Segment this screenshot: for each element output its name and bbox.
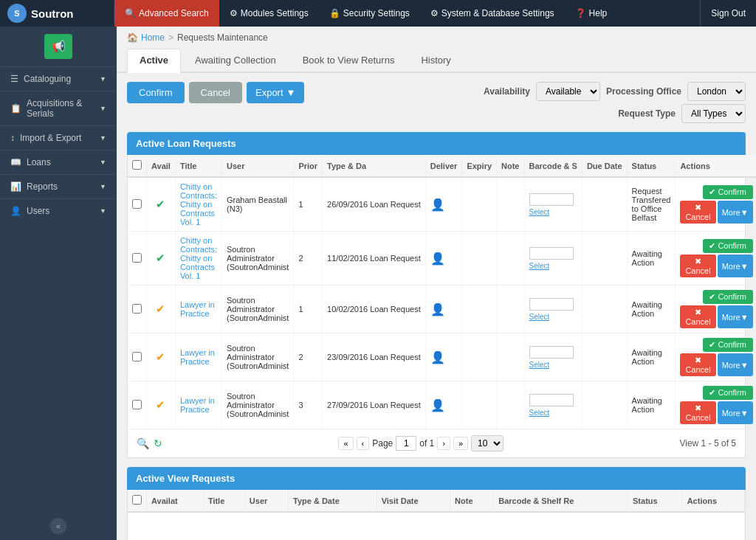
tab-history[interactable]: History [408, 49, 463, 72]
col-avail: Avail [147, 155, 176, 177]
nav-help[interactable]: ❓ Help [565, 0, 618, 27]
cancel-btn-5[interactable]: ✖ Cancel [680, 401, 715, 424]
loan-requests-section: Active Loan Requests Avail Title User Pr… [127, 132, 746, 458]
view-col-status: Status [628, 490, 683, 512]
prev-page-button[interactable]: ‹ [357, 437, 370, 450]
nav-system-database[interactable]: ⚙ System & Database Settings [420, 0, 565, 27]
user-1: Graham Beastall (N3) [222, 177, 294, 232]
page-input[interactable] [396, 436, 416, 451]
barcode-input-1[interactable] [529, 193, 574, 206]
processing-office-select[interactable]: London [687, 82, 746, 101]
search-icon[interactable]: 🔍 [137, 437, 149, 449]
cancel-btn-3[interactable]: ✖ Cancel [680, 305, 715, 328]
barcode-input-3[interactable] [529, 298, 574, 311]
user-3: Soutron Administrator (SoutronAdminist [222, 285, 294, 333]
nav-security-settings[interactable]: 🔒 Security Settings [319, 0, 420, 27]
request-type-select[interactable]: All Types [681, 104, 746, 123]
first-page-button[interactable]: « [338, 437, 353, 450]
next-page-button[interactable]: › [437, 437, 450, 450]
help-icon: ❓ [575, 8, 586, 18]
last-page-button[interactable]: » [453, 437, 468, 450]
view-col-barcode: Barcode & Shelf Re [494, 490, 628, 512]
row5-checkbox[interactable] [132, 400, 142, 409]
tab-bar: Active Awaiting Collection Book to View … [117, 49, 756, 73]
tab-awaiting-collection[interactable]: Awaiting Collection [182, 49, 289, 72]
barcode-input-4[interactable] [529, 346, 574, 359]
sidebar-item-reports[interactable]: 📊 Reports ▼ [0, 174, 117, 198]
confirm-btn-4[interactable]: ✔ Confirm [703, 338, 753, 352]
select-link-3[interactable]: Select [529, 313, 550, 321]
export-button[interactable]: Export ▼ [247, 82, 304, 103]
barcode-input-5[interactable] [529, 394, 574, 406]
sign-out-button[interactable]: Sign Out [700, 0, 756, 27]
sidebar-item-cataloguing[interactable]: ☰ Cataloguing ▼ [0, 66, 117, 91]
more-btn-5[interactable]: More▼ [718, 401, 753, 424]
breadcrumb-home[interactable]: Home [141, 32, 165, 43]
typedate-5: 27/09/2016 Loan Request [323, 381, 426, 429]
confirm-btn-2[interactable]: ✔ Confirm [703, 239, 753, 253]
deliver-icon-5: 👤 [430, 399, 445, 412]
cancel-button[interactable]: Cancel [189, 82, 242, 103]
per-page-select[interactable]: 10 25 50 [471, 435, 504, 451]
processing-office-label: Processing Office [606, 86, 681, 97]
select-link-1[interactable]: Select [529, 208, 550, 216]
lock-icon: 🔒 [329, 8, 340, 18]
barcode-input-2[interactable] [529, 247, 574, 260]
tab-book-to-view-returns[interactable]: Book to View Returns [290, 49, 408, 72]
select-link-2[interactable]: Select [529, 262, 550, 270]
title-link-2[interactable]: Chitty on Contracts: Chitty on Contracts… [180, 236, 217, 280]
chevron-down-icon: ▼ [100, 75, 106, 83]
request-type-label: Request Type [618, 108, 676, 119]
title-link-1[interactable]: Chitty on Contracts: Chitty on Contracts… [180, 182, 217, 226]
select-link-4[interactable]: Select [529, 361, 550, 369]
availability-select[interactable]: Available [536, 82, 600, 101]
import-export-icon: ↕ [10, 133, 15, 143]
view-col-title: Title [203, 490, 244, 512]
more-btn-2[interactable]: More▼ [718, 255, 753, 277]
of-label: of 1 [419, 438, 434, 449]
confirm-btn-3[interactable]: ✔ Confirm [703, 290, 753, 304]
select-all-checkbox[interactable] [132, 160, 142, 170]
sidebar-item-import-export[interactable]: ↕ Import & Export ▼ [0, 125, 117, 150]
megaphone-button[interactable]: 📢 [44, 34, 72, 59]
deliver-icon-1: 👤 [430, 198, 445, 211]
collapse-sidebar-button[interactable]: « [50, 518, 66, 534]
col-priority: Prior [294, 155, 323, 177]
cancel-btn-1[interactable]: ✖ Cancel [680, 201, 715, 224]
nav-modules-settings[interactable]: ⚙ Modules Settings [219, 0, 319, 27]
more-btn-3[interactable]: More▼ [718, 305, 753, 328]
confirm-button[interactable]: Confirm [127, 82, 185, 103]
confirm-btn-1[interactable]: ✔ Confirm [703, 185, 753, 199]
title-link-5[interactable]: Lawyer in Practice [180, 396, 215, 414]
row4-checkbox[interactable] [132, 352, 142, 361]
confirm-btn-5[interactable]: ✔ Confirm [703, 386, 753, 400]
more-btn-1[interactable]: More▼ [718, 201, 753, 224]
cancel-btn-4[interactable]: ✖ Cancel [680, 353, 715, 376]
view-requests-table: Availat Title User Type & Date Visit Dat… [128, 490, 745, 540]
tab-active[interactable]: Active [127, 49, 181, 73]
typedate-4: 23/09/2016 Loan Request [323, 333, 426, 381]
view-select-all-checkbox[interactable] [132, 495, 142, 505]
availability-icon-gold: ✔ [156, 302, 165, 315]
view-col-user: User [244, 490, 288, 512]
row3-checkbox[interactable] [132, 304, 142, 314]
sidebar-item-users[interactable]: 👤 Users ▼ [0, 198, 117, 223]
select-link-5[interactable]: Select [529, 409, 550, 417]
col-deliver: Deliver [425, 155, 462, 177]
deliver-icon-2: 👤 [430, 252, 445, 265]
col-title: Title [175, 155, 221, 177]
loans-icon: 📖 [10, 157, 21, 167]
priority-1: 1 [294, 177, 323, 232]
row1-checkbox[interactable] [132, 199, 142, 209]
sidebar-item-loans[interactable]: 📖 Loans ▼ [0, 150, 117, 174]
title-link-4[interactable]: Lawyer in Practice [180, 348, 215, 366]
availability-icon-gold-2: ✔ [156, 350, 165, 363]
title-link-3[interactable]: Lawyer in Practice [180, 300, 215, 318]
deliver-icon-4: 👤 [430, 351, 445, 364]
row2-checkbox[interactable] [132, 253, 142, 263]
cancel-btn-2[interactable]: ✖ Cancel [680, 255, 715, 277]
nav-advanced-search[interactable]: 🔍 Advanced Search [114, 0, 219, 27]
refresh-icon[interactable]: ↻ [154, 437, 162, 449]
sidebar-item-acquisitions[interactable]: 📋 Acquisitions & Serials ▼ [0, 91, 117, 125]
more-btn-4[interactable]: More▼ [718, 353, 753, 376]
